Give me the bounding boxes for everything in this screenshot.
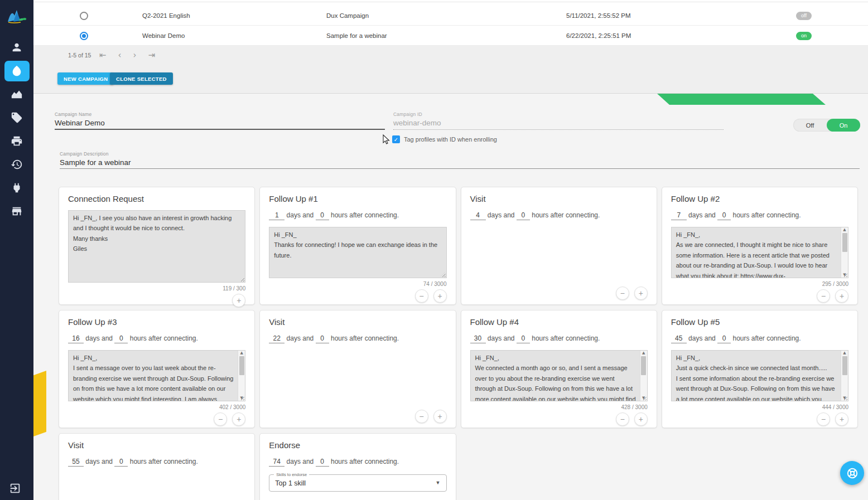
campaign-on-off-toggle[interactable]: Off On (793, 119, 860, 132)
tag-profiles-label: Tag profiles with ID when enrolling (404, 136, 497, 143)
message-textarea[interactable]: Hi _FN_ Thanks for connecting! I hope we… (269, 227, 446, 278)
days-input[interactable]: 22 (269, 334, 284, 343)
add-step-button[interactable]: + (835, 289, 848, 303)
scrollbar-thumb[interactable] (239, 356, 244, 375)
logout-button[interactable] (9, 482, 22, 496)
days-input[interactable]: 16 (68, 334, 84, 343)
clone-selected-button[interactable]: CLONE SELECTED (110, 72, 173, 85)
store-icon (11, 205, 23, 217)
message-scrollbar[interactable]: ▲ ▼ (238, 351, 245, 401)
message-textarea[interactable]: Hi _FN_, We connected a month ago or so,… (470, 350, 648, 401)
days-input[interactable]: 30 (470, 334, 486, 343)
card-title: Visit (269, 317, 446, 327)
add-step-button[interactable]: + (232, 294, 245, 307)
prev-page-icon[interactable]: ‹ (118, 51, 122, 60)
scrollbar-thumb[interactable] (842, 356, 847, 375)
row-radio-button[interactable] (80, 12, 88, 20)
sidebar-item-printer[interactable] (0, 129, 33, 153)
hours-label: hours after connecting. (331, 334, 399, 342)
step-buttons: − + (269, 407, 446, 423)
message-textarea[interactable]: Hi _FN_, I see you also have an interest… (68, 210, 245, 283)
campaign-date-cell: 5/11/2021, 2:55:52 PM (566, 6, 631, 26)
days-input[interactable]: 7 (671, 211, 687, 220)
hours-input[interactable]: 0 (316, 211, 329, 220)
card-title: Endorse (269, 440, 446, 450)
card-delay: 1 days and 0 hours after connecting. (269, 211, 446, 220)
add-step-button[interactable]: + (835, 412, 848, 426)
hours-input[interactable]: 0 (316, 458, 329, 467)
days-input[interactable]: 55 (68, 458, 84, 467)
new-campaign-button[interactable]: NEW CAMPAIGN (57, 72, 114, 85)
days-input[interactable]: 74 (269, 458, 284, 467)
table-row[interactable]: Webinar Demo Sample for a webinar 6/22/2… (33, 26, 868, 46)
message-textarea[interactable]: Hi _FN_, As we are connected, I thought … (671, 227, 848, 278)
skills-select[interactable]: Skills to endorse Top 1 skill ▼ (269, 474, 446, 492)
plug-icon (11, 182, 23, 194)
hours-input[interactable]: 0 (717, 211, 731, 220)
campaign-step-card: Visit 55 days and 0 hours after connecti… (59, 433, 255, 500)
table-row[interactable]: Q2-2021 English Dux Campaign 5/11/2021, … (33, 6, 868, 26)
scrollbar-thumb[interactable] (842, 233, 847, 252)
sidebar-item-user[interactable] (0, 36, 33, 59)
sidebar-item-tags[interactable] (0, 106, 33, 129)
campaign-name-cell: Q2-2021 English (142, 6, 190, 26)
message-scrollbar[interactable]: ▲ ▼ (841, 351, 848, 401)
add-step-button[interactable]: + (634, 412, 648, 426)
sidebar-item-history[interactable] (0, 153, 33, 176)
sidebar-item-plug[interactable] (0, 176, 33, 200)
add-step-button[interactable]: + (634, 287, 648, 300)
add-step-button[interactable]: + (232, 412, 245, 426)
scroll-up-icon[interactable]: ▲ (642, 351, 645, 355)
remove-step-button[interactable]: − (616, 412, 629, 426)
hours-input[interactable]: 0 (114, 458, 128, 467)
sidebar-item-store[interactable] (0, 200, 33, 223)
tags-icon (11, 111, 23, 124)
message-textarea[interactable]: Hi _FN_, I sent a message over to you la… (68, 350, 245, 401)
hours-input[interactable]: 0 (316, 334, 329, 343)
hours-label: hours after connecting. (732, 334, 801, 342)
remove-step-button[interactable]: − (817, 412, 830, 426)
hours-input[interactable]: 0 (114, 334, 128, 343)
hours-label: hours after connecting. (331, 458, 399, 465)
add-step-button[interactable]: + (433, 410, 447, 423)
hours-input[interactable]: 0 (517, 334, 530, 343)
add-step-button[interactable]: + (433, 289, 447, 303)
card-title: Follow Up #3 (68, 317, 245, 327)
message-textarea[interactable]: Hi _FN_, Just a quick check-in since we … (671, 350, 848, 401)
scrollbar-thumb[interactable] (641, 356, 646, 375)
campaign-description-input[interactable]: Sample for a webinar (60, 158, 131, 167)
sidebar-item-chart[interactable] (0, 82, 33, 106)
campaign-date-cell: 6/22/2021, 2:25:51 PM (566, 26, 631, 46)
campaign-name-cell: Webinar Demo (142, 26, 185, 46)
scroll-up-icon[interactable]: ▲ (843, 351, 846, 355)
remove-step-button[interactable]: − (415, 410, 428, 423)
first-page-icon[interactable]: ⇤ (99, 51, 107, 60)
remove-step-button[interactable]: − (415, 289, 428, 303)
scroll-up-icon[interactable]: ▲ (240, 351, 243, 355)
toggle-off-option[interactable]: Off (793, 119, 827, 132)
dux-soup-duck-logo[interactable] (6, 7, 27, 25)
char-counter: 295 / 3000 (671, 281, 848, 287)
card-title: Visit (470, 194, 648, 203)
message-scrollbar[interactable]: ▲ ▼ (640, 351, 647, 401)
message-scrollbar[interactable]: ▲ ▼ (841, 227, 848, 278)
sidebar-item-drop[interactable] (0, 59, 33, 82)
toggle-on-option[interactable]: On (827, 119, 860, 132)
row-radio-button[interactable] (80, 32, 88, 40)
remove-step-button[interactable]: − (214, 412, 227, 426)
scroll-up-icon[interactable]: ▲ (843, 228, 846, 232)
remove-step-button[interactable]: − (616, 287, 629, 300)
support-fab-button[interactable] (840, 461, 864, 485)
campaign-name-label: Campaign Name (55, 111, 91, 117)
hours-input[interactable]: 0 (717, 334, 731, 343)
days-input[interactable]: 45 (671, 334, 687, 343)
last-page-icon[interactable]: ⇥ (148, 51, 156, 60)
campaign-name-input[interactable]: Webinar Demo (55, 119, 105, 127)
status-badge: on (796, 32, 812, 40)
days-input[interactable]: 4 (470, 211, 486, 220)
remove-step-button[interactable]: − (817, 289, 830, 303)
hours-input[interactable]: 0 (517, 211, 530, 220)
days-input[interactable]: 1 (269, 211, 284, 220)
next-page-icon[interactable]: › (133, 51, 137, 60)
tag-profiles-checkbox[interactable]: ✓ (392, 135, 400, 143)
